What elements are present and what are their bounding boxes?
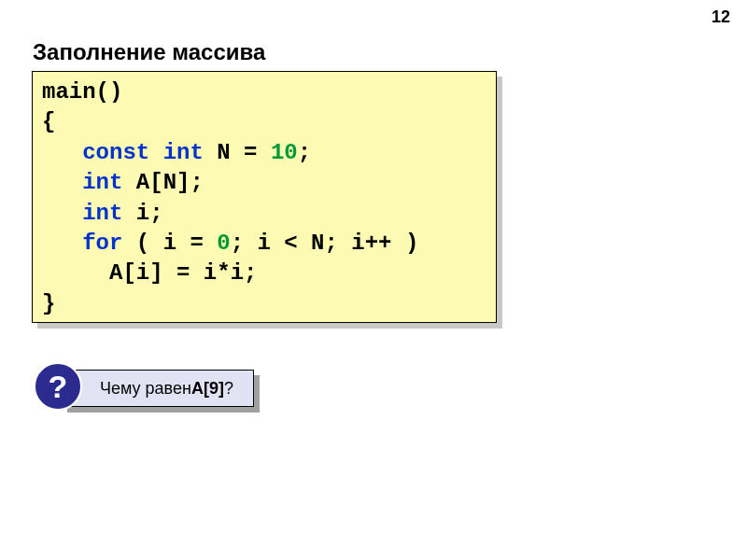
code-line-5-indent	[42, 201, 82, 226]
code-for-open: ( i =	[122, 231, 217, 256]
code-line-3-indent	[42, 140, 82, 165]
number-0: 0	[217, 231, 230, 256]
code-for-rest: ; i < N; i++ )	[231, 231, 419, 256]
code-rest-4: A[N];	[122, 170, 203, 195]
code-eq: =	[231, 140, 271, 165]
question-box: Чему равен A[9]?	[62, 370, 254, 407]
question-text-post: ?	[224, 379, 233, 399]
code-line-2: {	[42, 109, 55, 134]
code-line-8: }	[42, 291, 55, 316]
page-number: 12	[712, 7, 730, 27]
code-rest-5: i;	[122, 201, 162, 226]
code-line-6-indent	[42, 231, 82, 256]
keyword-for: for	[82, 231, 122, 256]
code-line-7: A[i] = i*i;	[42, 260, 257, 286]
code-line-1: main()	[42, 79, 122, 105]
code-line-4-indent	[42, 170, 82, 195]
question-mark-icon: ?	[34, 362, 82, 411]
question-text-bold: A[9]	[191, 379, 224, 399]
code-var-n: N	[204, 140, 231, 165]
slide-title: Заполнение массива	[33, 39, 265, 65]
keyword-int: int	[163, 140, 204, 165]
keyword-int: int	[82, 201, 122, 226]
code-block: main() { const int N = 10; int A[N]; int…	[32, 71, 497, 323]
keyword-int: int	[82, 170, 122, 195]
number-10: 10	[271, 140, 298, 165]
code-semi: ;	[298, 140, 311, 165]
code-sp	[149, 140, 162, 165]
question-text-pre: Чему равен	[100, 379, 191, 399]
question-mark: ?	[49, 369, 68, 405]
keyword-const: const	[82, 140, 149, 165]
